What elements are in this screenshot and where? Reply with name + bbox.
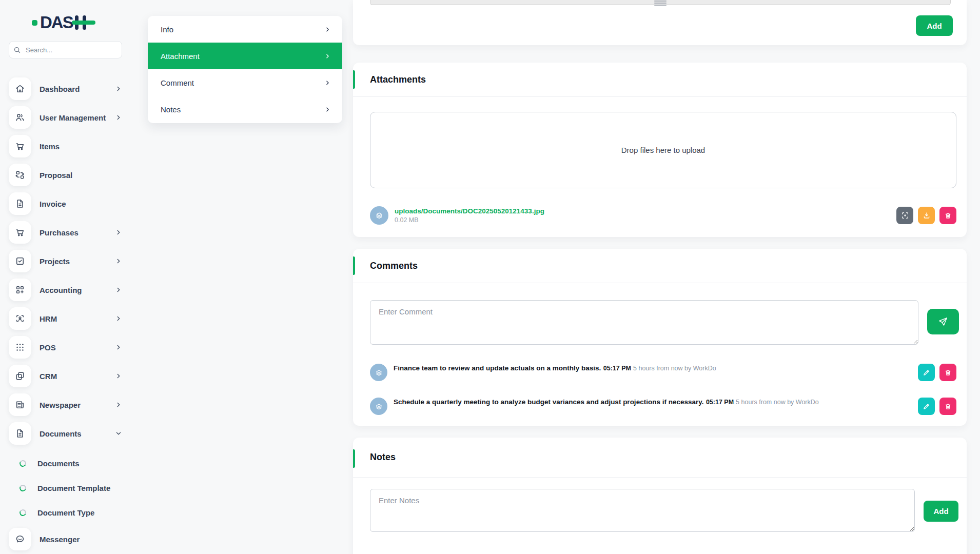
sidebar-item-label: Accounting [40, 286, 82, 294]
submenu-item-label: Documents [37, 459, 80, 468]
sidebar-item-pos[interactable]: POS [9, 336, 124, 359]
resize-grip[interactable] [654, 1, 667, 6]
invoice-icon [9, 192, 31, 215]
add-button[interactable]: Add [916, 15, 953, 36]
accent-bar [353, 256, 355, 275]
app-logo[interactable]: DAS [32, 12, 94, 33]
sidebar-item-label: Messenger [40, 535, 80, 544]
file-link[interactable]: uploads/Documents/DOC20250520121433.jpg [395, 207, 544, 215]
attachments-card: Attachments Drop files here to upload up… [353, 63, 967, 237]
comment-avatar [370, 364, 387, 381]
pencil-icon [923, 369, 930, 377]
search-box[interactable] [9, 41, 122, 58]
file-dropzone[interactable]: Drop files here to upload [370, 112, 956, 188]
cart-icon [9, 135, 31, 157]
comments-header: Comments [353, 249, 967, 283]
download-icon [923, 211, 931, 220]
submenu-item-document-template[interactable]: Document Template [9, 476, 124, 500]
sidebar-item-label: Items [40, 142, 60, 151]
delete-comment-button[interactable] [939, 398, 956, 415]
notes-title: Notes [370, 438, 396, 477]
menu-item-notes[interactable]: Notes [148, 96, 342, 123]
menu-item-label: Comment [161, 78, 194, 87]
chevron-right-icon [115, 344, 122, 351]
documents-submenu: Documents Document Template Document Typ… [9, 451, 124, 525]
comments-card: Comments Finance team to review and upda… [353, 249, 967, 426]
sidebar-item-user-management[interactable]: User Management [9, 106, 124, 129]
sidebar-item-crm[interactable]: CRM [9, 365, 124, 387]
sidebar: DAS Dashboard User Management [0, 0, 138, 554]
add-note-button[interactable]: Add [924, 501, 958, 522]
menu-item-info[interactable]: Info [148, 16, 342, 43]
sidebar-item-proposal[interactable]: Proposal [9, 164, 124, 186]
users-icon [9, 106, 31, 129]
sidebar-item-items[interactable]: Items [9, 135, 124, 157]
comment-item: Finance team to review and update actual… [370, 363, 956, 387]
file-avatar [370, 206, 388, 225]
pencil-icon [923, 403, 930, 410]
sidebar-item-purchases[interactable]: Purchases [9, 221, 124, 244]
transfer-icon [9, 164, 31, 186]
sidebar-item-dashboard[interactable]: Dashboard [9, 77, 124, 100]
comment-text: Schedule a quarterly meeting to analyze … [394, 398, 703, 406]
comment-text: Finance team to review and update actual… [394, 364, 601, 372]
scan-icon [901, 211, 909, 220]
bullet-icon [18, 459, 27, 468]
delete-button[interactable] [939, 207, 956, 224]
chevron-right-icon [115, 401, 122, 408]
send-comment-button[interactable] [927, 309, 959, 334]
sidebar-item-label: User Management [40, 113, 106, 122]
chevron-down-icon [115, 430, 122, 437]
preview-button[interactable] [896, 207, 913, 224]
overlap-squares-icon [9, 365, 31, 387]
menu-item-attachment[interactable]: Attachment [148, 43, 342, 69]
chevron-right-icon [115, 286, 122, 293]
download-button[interactable] [918, 207, 935, 224]
section-menu: Info Attachment Comment Notes [148, 16, 342, 123]
notes-header: Notes [353, 438, 967, 478]
sidebar-item-messenger[interactable]: Messenger [9, 528, 124, 550]
attachments-title: Attachments [370, 63, 426, 96]
paper-plane-icon [938, 316, 948, 327]
sidebar-item-hrm[interactable]: HRM [9, 307, 124, 330]
submenu-item-documents[interactable]: Documents [9, 451, 124, 476]
file-actions [896, 207, 956, 224]
chat-icon [9, 528, 31, 550]
search-icon [13, 46, 21, 54]
edit-comment-button[interactable] [918, 364, 935, 381]
sidebar-item-label: CRM [40, 372, 57, 381]
edit-comment-button[interactable] [918, 398, 935, 415]
accent-bar [353, 70, 355, 89]
sidebar-item-projects[interactable]: Projects [9, 250, 124, 272]
delete-comment-button[interactable] [939, 364, 956, 381]
sidebar-nav: Dashboard User Management Items Proposal [9, 77, 124, 554]
comment-avatar [370, 398, 387, 415]
sidebar-item-label: Projects [40, 257, 70, 266]
chevron-right-icon [115, 258, 122, 265]
newspaper-icon [9, 393, 31, 416]
comment-actions [918, 364, 956, 381]
sidebar-item-accounting[interactable]: Accounting [9, 279, 124, 301]
comments-title: Comments [370, 249, 418, 283]
top-card: Add [353, 0, 967, 45]
comment-input[interactable] [370, 300, 918, 345]
trash-icon [944, 212, 952, 220]
chevron-right-icon [324, 80, 331, 86]
attachment-file-row: uploads/Documents/DOC20250520121433.jpg … [370, 204, 956, 227]
sidebar-item-invoice[interactable]: Invoice [9, 192, 124, 215]
submenu-item-document-type[interactable]: Document Type [9, 500, 124, 525]
accent-bar [353, 449, 355, 468]
chevron-right-icon [324, 106, 331, 113]
sidebar-item-documents[interactable]: Documents [9, 422, 124, 445]
search-input[interactable] [25, 46, 117, 54]
comment-meta-text: 5 hours from now by WorkDo [736, 399, 819, 406]
chevron-right-icon [115, 114, 122, 121]
sidebar-item-label: Purchases [40, 228, 79, 237]
sidebar-item-label: POS [40, 343, 56, 352]
notes-input[interactable] [370, 489, 915, 532]
trash-icon [944, 369, 952, 377]
sidebar-item-newspaper[interactable]: Newspaper [9, 393, 124, 416]
home-icon [9, 77, 31, 100]
menu-item-comment[interactable]: Comment [148, 69, 342, 96]
comment-meta: 05:17 PM5 hours from now by WorkDo [706, 399, 819, 406]
